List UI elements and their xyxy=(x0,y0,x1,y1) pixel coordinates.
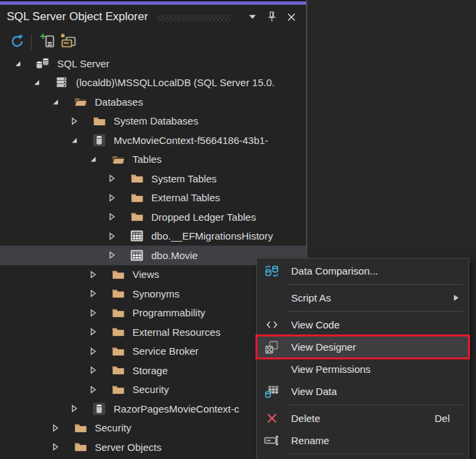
close-button[interactable] xyxy=(284,9,298,24)
expanded-arrow-icon[interactable] xyxy=(51,98,60,106)
refresh-icon xyxy=(9,34,25,49)
menu-icon-gutter xyxy=(257,413,286,424)
tree-item-databases[interactable]: Databases xyxy=(0,92,306,112)
menu-item-view-permissions[interactable]: View Permissions xyxy=(257,358,469,380)
collapsed-arrow-icon[interactable] xyxy=(89,347,97,355)
database-icon xyxy=(91,402,107,415)
tree-item-label: SQL Server xyxy=(57,58,110,69)
server-icon xyxy=(54,77,69,88)
menu-icon-gutter xyxy=(257,385,286,398)
collapsed-arrow-icon[interactable] xyxy=(89,328,97,336)
collapsed-arrow-icon[interactable] xyxy=(89,366,97,374)
submenu-arrow xyxy=(453,294,469,302)
table-icon xyxy=(129,250,145,261)
collapsed-arrow-icon[interactable] xyxy=(51,424,60,432)
tree-item-external-tables[interactable]: External Tables xyxy=(0,188,306,208)
folder-open-icon xyxy=(110,154,126,165)
tree-item-label: System Tables xyxy=(151,173,216,184)
collapsed-arrow-icon[interactable] xyxy=(89,309,97,317)
pin-icon xyxy=(267,11,277,22)
collapsed-arrow-icon[interactable] xyxy=(108,194,116,202)
menu-icon-gutter xyxy=(257,320,286,330)
collapsed-arrow-icon[interactable] xyxy=(70,404,79,413)
panel-title: SQL Server Object Explorer xyxy=(7,10,148,24)
folder-icon xyxy=(129,211,145,222)
tree-item-label: Dropped Ledger Tables xyxy=(151,211,256,223)
tree-item-system-databases[interactable]: System Databases xyxy=(0,112,306,131)
panel-titlebar: SQL Server Object Explorer xyxy=(0,5,306,29)
toolbar-separator xyxy=(31,34,32,50)
tree-item-label: Views xyxy=(132,269,159,280)
tree-item-label: Storage xyxy=(132,365,168,376)
collapsed-arrow-icon[interactable] xyxy=(108,213,116,221)
collapsed-arrow-icon[interactable] xyxy=(89,386,97,394)
tree-item-label: dbo.__EFMigrationsHistory xyxy=(151,230,273,242)
menu-item-script-as[interactable]: Script As xyxy=(257,287,469,309)
database-icon xyxy=(91,134,107,147)
expanded-arrow-icon[interactable] xyxy=(89,155,97,163)
add-sql-server-button[interactable] xyxy=(38,32,58,52)
menu-item-view-data[interactable]: View Data xyxy=(257,380,469,402)
folder-icon xyxy=(110,346,126,357)
tree-item-label: (localdb)\MSSQLLocalDB (SQL Server 15.0. xyxy=(76,77,274,88)
menu-separator xyxy=(288,311,463,312)
folder-open-icon xyxy=(73,96,88,107)
pin-button[interactable] xyxy=(265,9,278,24)
table-context-menu: Data Comparison...Script AsView CodeView… xyxy=(256,258,469,459)
folder-icon xyxy=(129,173,145,184)
menu-icon-gutter xyxy=(257,264,286,278)
menu-item-label: View Permissions xyxy=(291,363,370,375)
titlebar-drag-grip[interactable] xyxy=(157,15,231,22)
expanded-arrow-icon[interactable] xyxy=(13,60,22,67)
table-icon xyxy=(129,230,145,242)
tree-item-label: Databases xyxy=(95,96,143,108)
menu-item-label: Data Comparison... xyxy=(291,265,378,277)
folder-icon xyxy=(73,423,88,433)
collapsed-arrow-icon[interactable] xyxy=(70,117,79,125)
collapsed-arrow-icon[interactable] xyxy=(108,251,116,259)
tree-item-tables[interactable]: Tables xyxy=(0,150,306,170)
collapsed-arrow-icon[interactable] xyxy=(89,289,97,297)
tree-item-sql-server[interactable]: SQL Server xyxy=(0,54,306,73)
delete-icon xyxy=(266,413,278,424)
menu-item-rename[interactable]: Rename xyxy=(257,429,469,452)
tree-item-label: Security xyxy=(95,422,131,433)
chevron-down-icon xyxy=(249,14,256,20)
menu-separator xyxy=(288,284,463,285)
collapsed-arrow-icon[interactable] xyxy=(108,232,116,240)
collapsed-arrow-icon[interactable] xyxy=(108,174,116,182)
tree-item-mvcmoviecontext-f5664186-43b1[interactable]: MvcMovieContext-f5664186-43b1- xyxy=(0,131,306,150)
menu-item-label: Rename xyxy=(291,435,329,446)
menu-item-data-comparison[interactable]: Data Comparison... xyxy=(257,260,469,282)
refresh-button[interactable] xyxy=(7,32,27,52)
menu-item-delete[interactable]: DeleteDel xyxy=(257,407,469,429)
menu-item-view-code[interactable]: View Code xyxy=(257,314,469,336)
sql-server-icon xyxy=(35,57,50,70)
expanded-arrow-icon[interactable] xyxy=(32,79,41,86)
expanded-arrow-icon[interactable] xyxy=(70,137,79,144)
data-comparison-icon xyxy=(264,264,280,278)
view-designer-icon xyxy=(265,341,278,354)
tree-item-label: Programmability xyxy=(132,307,205,318)
explorer-toolbar xyxy=(0,29,306,54)
collapsed-arrow-icon[interactable] xyxy=(51,443,60,451)
menu-separator xyxy=(288,404,463,405)
menu-item-label: Delete xyxy=(291,413,320,424)
new-query-button[interactable] xyxy=(58,32,78,52)
tree-item-localdb-mssqllocaldb-sql-server-15-0[interactable]: (localdb)\MSSQLLocalDB (SQL Server 15.0. xyxy=(0,73,306,93)
collapsed-arrow-icon[interactable] xyxy=(89,271,97,279)
folder-icon xyxy=(110,326,126,337)
tree-item-label: External Tables xyxy=(151,192,220,203)
view-code-icon xyxy=(266,320,278,330)
folder-icon xyxy=(110,308,126,318)
tree-item-label: RazorPagesMovieContext-c xyxy=(114,403,239,415)
menu-item-view-designer[interactable]: View Designer xyxy=(257,336,469,358)
folder-icon xyxy=(129,192,145,203)
tree-item-label: Security xyxy=(132,384,169,395)
tree-item-system-tables[interactable]: System Tables xyxy=(0,169,306,188)
tree-item-dropped-ledger-tables[interactable]: Dropped Ledger Tables xyxy=(0,207,306,227)
tree-item-dbo-efmigrationshistory[interactable]: dbo.__EFMigrationsHistory xyxy=(0,227,306,246)
folder-icon xyxy=(73,442,88,452)
add-server-icon xyxy=(40,33,56,50)
window-position-menu-button[interactable] xyxy=(245,9,259,24)
